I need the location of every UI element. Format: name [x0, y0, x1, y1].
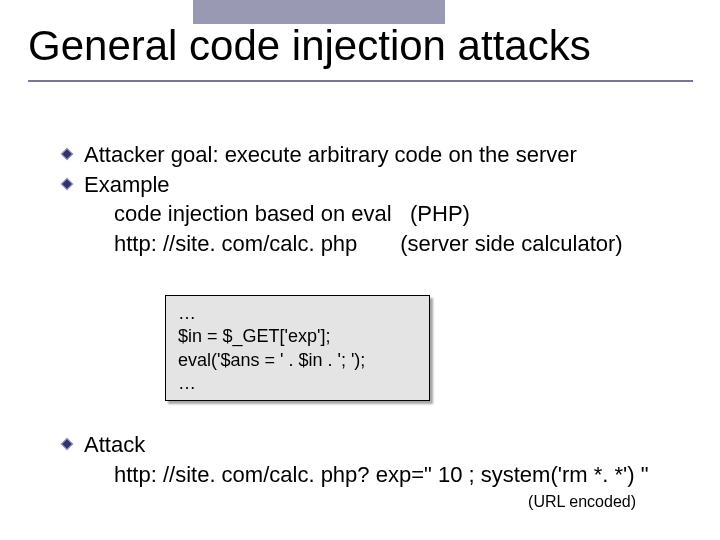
header-accent-bar [193, 0, 445, 24]
example-line-1a: code injection based on [114, 201, 351, 226]
bullet-attack: Attack [60, 430, 690, 460]
bullet-example-text: Example [84, 170, 170, 200]
bullet-attack-text: Attack [84, 430, 145, 460]
code-line-4: … [178, 372, 417, 395]
attack-url-text: http: //site. com/calc. php? exp=" 10 ; … [114, 462, 649, 487]
diamond-icon [60, 437, 74, 451]
attack-block: Attack http: //site. com/calc. php? exp=… [60, 430, 690, 511]
example-line-1: code injection based on eval (PHP) [114, 199, 690, 229]
example-line-1b: (PHP) [392, 201, 470, 226]
code-line-2: $in = $_GET['exp']; [178, 325, 417, 348]
example-line-2a: http: //site. com/calc. php [114, 231, 357, 256]
content-area: Attacker goal: execute arbitrary code on… [60, 140, 690, 259]
attack-url: http: //site. com/calc. php? exp=" 10 ; … [114, 460, 690, 490]
diamond-icon [60, 177, 74, 191]
bullet-goal-text: Attacker goal: execute arbitrary code on… [84, 140, 577, 170]
code-line-3: eval('$ans = ' . $in . '; '); [178, 349, 417, 372]
example-line-2: http: //site. com/calc. php (server side… [114, 229, 690, 259]
svg-rect-2 [61, 178, 72, 189]
example-line-2b: (server side calculator) [357, 231, 622, 256]
svg-rect-4 [61, 438, 72, 449]
bullet-goal: Attacker goal: execute arbitrary code on… [60, 140, 690, 170]
code-line-1: … [178, 302, 417, 325]
svg-rect-0 [61, 148, 72, 159]
bullet-example: Example [60, 170, 690, 200]
url-encoded-note: (URL encoded) [60, 493, 636, 511]
title-underline [28, 80, 693, 82]
diamond-icon [60, 147, 74, 161]
slide-title: General code injection attacks [28, 22, 591, 70]
code-box: … $in = $_GET['exp']; eval('$ans = ' . $… [165, 295, 430, 401]
example-eval: eval [351, 201, 391, 226]
